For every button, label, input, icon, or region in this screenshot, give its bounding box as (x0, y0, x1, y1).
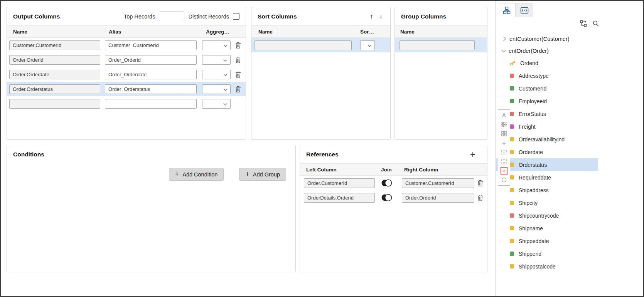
column-name-input[interactable] (9, 40, 100, 50)
trash-icon (235, 71, 241, 78)
left-column-input[interactable] (304, 178, 375, 188)
join-type-toggle[interactable] (377, 193, 396, 202)
field-color-square (510, 74, 514, 78)
top-controls: Top Records Distinct Records (124, 12, 239, 21)
column-name-input[interactable] (9, 84, 100, 94)
output-columns-panel: Output Columns Top Records Distinct Reco… (7, 7, 246, 140)
tree-field[interactable]: Shipname (496, 222, 598, 235)
left-column-input[interactable] (304, 193, 375, 203)
sort-type-select[interactable] (360, 40, 375, 50)
col-header-name: Name (9, 29, 100, 35)
plus-icon: + (245, 171, 250, 178)
tree-field[interactable]: Orderdate (496, 146, 598, 158)
column-name-input[interactable] (9, 99, 100, 109)
aggregate-select[interactable] (202, 55, 231, 65)
conditions-panel: Conditions + Add Condition + Add Group (7, 145, 296, 272)
tree-entity-order[interactable]: entOrder(Order) (496, 45, 643, 57)
add-field-highlighted-icon[interactable]: + (498, 166, 510, 175)
aggregate-select[interactable] (202, 84, 231, 94)
add-condition-button[interactable]: + Add Condition (169, 168, 224, 181)
tree-field-selected[interactable]: Orderstatus (496, 158, 598, 171)
tree-field[interactable]: Employeeid (496, 95, 598, 107)
tree-field[interactable]: Shipperid (496, 247, 598, 260)
column-alias-input[interactable] (105, 99, 197, 109)
tab-code-view[interactable] (516, 3, 533, 17)
delete-row-button[interactable] (234, 85, 242, 93)
tree-field[interactable]: ErrorStatus (496, 107, 598, 120)
search-icon[interactable] (592, 20, 599, 27)
group-name-input[interactable] (400, 40, 475, 50)
move-up-icon[interactable]: ↑ (370, 13, 373, 20)
aggregate-select[interactable] (202, 99, 231, 109)
delete-row-button[interactable] (234, 41, 242, 49)
delete-reference-button[interactable] (477, 194, 484, 202)
dotted-box-icon[interactable] (498, 148, 510, 157)
add-icon[interactable]: + (498, 138, 510, 148)
circle-icon[interactable] (498, 175, 510, 185)
auto-arrange-icon[interactable] (580, 20, 587, 27)
tree-field[interactable]: Shippeddate (496, 235, 598, 247)
query-designer: Output Columns Top Records Distinct Reco… (0, 0, 644, 297)
trash-icon (477, 195, 483, 201)
group-column-row-selected (395, 38, 487, 52)
sliders-icon[interactable] (498, 120, 510, 129)
dotted-box-icon[interactable] (498, 157, 510, 166)
column-alias-input[interactable] (105, 40, 197, 50)
tree-field[interactable]: Addresstype (496, 69, 598, 82)
tree-field-label: Shipcountrycode (519, 213, 559, 219)
column-alias-input[interactable] (105, 55, 197, 65)
tree-field[interactable]: Shipcity (496, 196, 598, 209)
column-alias-input[interactable] (105, 84, 197, 94)
tree-field[interactable]: Shipcountrycode (496, 209, 598, 222)
chevron-down-icon[interactable] (501, 48, 506, 52)
tree-field-label: CustomerId (519, 86, 546, 92)
aggregate-select[interactable] (202, 70, 231, 79)
tab-entity-diagram[interactable] (498, 3, 516, 17)
delete-row-button[interactable] (234, 70, 242, 79)
add-group-button[interactable]: + Add Group (239, 168, 286, 181)
reference-row (300, 190, 487, 205)
col-header-left-column: Left Column (304, 167, 375, 173)
col-header-aggregate: Aggregate (202, 29, 231, 35)
conditions-buttons: + Add Condition + Add Group (7, 168, 295, 181)
tree-field[interactable]: Requireddate (496, 171, 598, 184)
right-column-input[interactable] (402, 193, 474, 203)
tree-field[interactable]: Shipaddress (496, 184, 598, 196)
field-color-square (510, 175, 514, 180)
tree-field[interactable]: Orderid (496, 57, 598, 69)
tree-field[interactable]: Freight (496, 120, 598, 133)
distinct-records-checkbox[interactable] (233, 13, 239, 20)
add-reference-button[interactable]: + (470, 150, 481, 159)
tree-field[interactable]: Shippostalcode (496, 260, 598, 273)
trash-icon (235, 57, 241, 63)
tree-field[interactable]: CustomerId (496, 82, 598, 95)
right-column-input[interactable] (402, 178, 474, 188)
group-columns-panel: Group Columns Name (394, 7, 487, 140)
field-color-square (510, 124, 514, 129)
aggregate-select[interactable] (202, 40, 231, 50)
column-alias-input[interactable] (105, 70, 197, 79)
join-type-toggle[interactable] (377, 179, 396, 187)
sort-name-input[interactable] (255, 40, 352, 50)
field-color-square (510, 226, 514, 230)
field-color-square (510, 163, 514, 167)
entity-diagram-icon (503, 7, 511, 14)
column-name-input[interactable] (9, 55, 100, 65)
field-color-square (510, 137, 514, 141)
delete-row-button[interactable] (234, 56, 242, 64)
column-name-input[interactable] (9, 70, 100, 79)
field-color-square (510, 150, 514, 154)
grid-icon[interactable] (498, 129, 510, 138)
field-color-square (510, 201, 514, 205)
text-tool-icon[interactable]: A (498, 111, 510, 120)
move-down-icon[interactable]: ↓ (379, 13, 383, 20)
tree-entity-customer[interactable]: entCustomer(Customer) (496, 33, 643, 45)
delete-reference-button[interactable] (477, 179, 484, 187)
top-records-input[interactable] (159, 12, 184, 21)
references-header-bar: References + (300, 145, 487, 163)
trash-icon (477, 180, 483, 186)
tree-field[interactable]: Orderavailabilityind (496, 133, 598, 146)
tree-field-label: Employeeid (519, 98, 547, 104)
group-columns-header-bar: Group Columns (395, 7, 487, 25)
chevron-right-icon[interactable] (501, 37, 506, 41)
